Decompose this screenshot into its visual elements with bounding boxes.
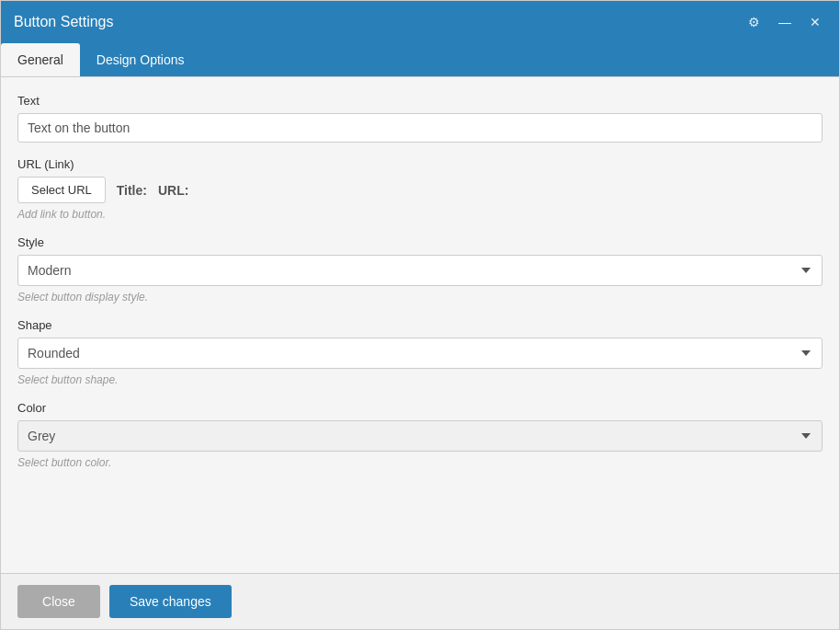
- url-meta: Title: URL:: [117, 183, 195, 198]
- content-area: Text URL (Link) Select URL Title: URL: A…: [1, 77, 839, 573]
- close-button[interactable]: ✕: [804, 12, 826, 32]
- tab-general[interactable]: General: [1, 43, 80, 76]
- close-button-footer[interactable]: Close: [17, 585, 100, 618]
- minimize-icon: —: [778, 15, 791, 29]
- url-label: URL (Link): [17, 157, 823, 171]
- color-label: Color: [17, 401, 823, 415]
- url-row: Select URL Title: URL:: [17, 177, 823, 203]
- footer: Close Save changes: [1, 573, 839, 629]
- tab-design-options[interactable]: Design Options: [80, 43, 201, 76]
- title-label: Title:: [117, 183, 147, 198]
- gear-button[interactable]: ⚙: [743, 12, 766, 32]
- close-icon: ✕: [810, 15, 821, 29]
- shape-hint: Select button shape.: [17, 373, 823, 386]
- minimize-button[interactable]: —: [773, 12, 797, 32]
- shape-label: Shape: [17, 318, 823, 332]
- shape-select[interactable]: Rounded Square Circle Pill: [17, 338, 823, 369]
- select-url-button[interactable]: Select URL: [17, 177, 106, 203]
- title-bar-controls: ⚙ — ✕: [743, 12, 826, 32]
- color-select[interactable]: Grey Blue Red Green Orange: [17, 420, 823, 452]
- title-bar: Button Settings ⚙ — ✕: [1, 1, 839, 43]
- save-changes-button[interactable]: Save changes: [109, 585, 232, 618]
- dialog-title: Button Settings: [14, 14, 114, 30]
- button-settings-dialog: Button Settings ⚙ — ✕ General Design Opt…: [0, 0, 840, 630]
- text-field-group: Text: [17, 94, 823, 143]
- gear-icon: ⚙: [748, 15, 760, 29]
- url-meta-label: URL:: [158, 183, 188, 198]
- style-label: Style: [17, 235, 823, 249]
- style-hint: Select button display style.: [17, 291, 823, 304]
- text-label: Text: [17, 94, 823, 108]
- url-field-group: URL (Link) Select URL Title: URL: Add li…: [17, 157, 823, 221]
- tabs-bar: General Design Options: [1, 43, 839, 77]
- url-hint: Add link to button.: [17, 208, 823, 221]
- text-input[interactable]: [17, 113, 823, 143]
- color-hint: Select button color.: [17, 456, 823, 469]
- color-field-group: Color Grey Blue Red Green Orange Select …: [17, 401, 823, 469]
- style-select[interactable]: Modern Flat 3D Ghost: [17, 255, 823, 286]
- style-field-group: Style Modern Flat 3D Ghost Select button…: [17, 235, 823, 304]
- shape-field-group: Shape Rounded Square Circle Pill Select …: [17, 318, 823, 386]
